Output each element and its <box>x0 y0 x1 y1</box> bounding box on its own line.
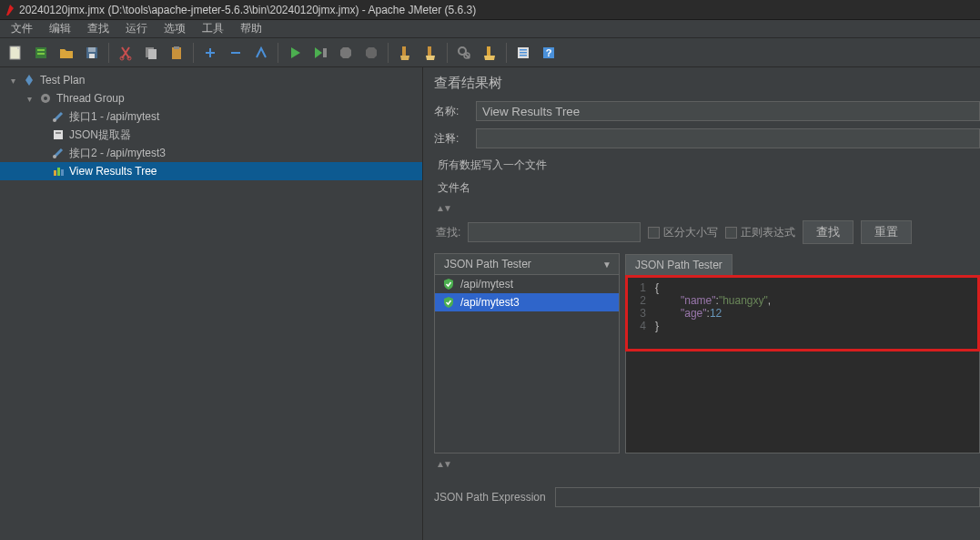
extractor-icon <box>51 127 66 142</box>
results-right: JSON Path Tester 1{ 2"name": "huangxy", … <box>625 253 980 453</box>
sample-list: /api/mytest /api/mytest3 <box>434 275 620 453</box>
success-icon <box>442 296 455 309</box>
function-helper-icon[interactable] <box>511 41 535 65</box>
name-input[interactable] <box>476 101 980 121</box>
cut-icon[interactable] <box>114 41 137 65</box>
clear-all-icon[interactable] <box>419 41 442 65</box>
tree-sampler-1[interactable]: 接口1 - /api/mytest <box>0 107 422 126</box>
sampler-icon <box>51 146 66 160</box>
svg-text:?: ? <box>546 47 552 58</box>
tree-item-label: 接口1 - /api/mytest <box>69 109 159 125</box>
expander-icon[interactable]: ▾ <box>7 76 18 86</box>
svg-rect-6 <box>89 54 95 58</box>
regex-checkbox[interactable]: 正则表达式 <box>725 225 795 240</box>
help-icon[interactable]: ? <box>537 41 561 65</box>
tab-json-path-tester[interactable]: JSON Path Tester <box>625 254 732 275</box>
sample-row[interactable]: /api/mytest3 <box>435 293 619 311</box>
app-icon <box>5 4 15 16</box>
menu-run[interactable]: 运行 <box>118 19 155 38</box>
sample-row[interactable]: /api/mytest <box>435 275 619 293</box>
reset-button[interactable]: 重置 <box>861 220 912 244</box>
svg-rect-32 <box>57 168 60 176</box>
response-editor[interactable]: 1{ 2"name": "huangxy", 3"age": 12 4} <box>625 275 980 352</box>
tree-view-results[interactable]: View Results Tree <box>0 162 422 180</box>
right-panel: 查看结果树 名称: 注释: 所有数据写入一个文件 文件名 ▲▼ 查找: 区分大小… <box>423 67 980 540</box>
success-icon <box>442 278 455 290</box>
svg-rect-12 <box>174 46 179 49</box>
expression-input[interactable] <box>555 487 980 507</box>
tree-panel: ▾ Test Plan ▾ Thread Group 接口1 - /api/my… <box>0 67 423 540</box>
menu-edit[interactable]: 编辑 <box>42 19 78 38</box>
open-icon[interactable] <box>55 41 78 65</box>
search-icon[interactable] <box>452 41 476 65</box>
tree-group-label: Thread Group <box>56 92 125 105</box>
toggle-icon[interactable] <box>249 41 273 65</box>
paste-icon[interactable] <box>165 41 188 65</box>
menu-tools[interactable]: 工具 <box>195 19 231 38</box>
sampler-icon <box>51 109 66 124</box>
panel-title: 查看结果树 <box>434 75 980 92</box>
renderer-label: JSON Path Tester <box>444 258 531 270</box>
tree-sampler-2[interactable]: 接口2 - /api/mytest3 <box>0 144 422 162</box>
window-title: 20240120jmx.jmx (D:\tools\apache-jmeter-… <box>19 4 476 16</box>
write-all-label: 所有数据写入一个文件 <box>438 158 980 173</box>
new-icon[interactable] <box>4 41 27 65</box>
svg-rect-29 <box>56 132 61 134</box>
tree-item-label: 接口2 - /api/mytest3 <box>69 146 166 161</box>
svg-point-26 <box>44 97 47 100</box>
svg-rect-28 <box>54 130 63 139</box>
search-input[interactable] <box>468 222 641 242</box>
workspace: ▾ Test Plan ▾ Thread Group 接口1 - /api/my… <box>0 67 980 540</box>
svg-rect-20 <box>520 49 527 51</box>
svg-rect-10 <box>148 49 157 59</box>
svg-rect-21 <box>520 52 527 54</box>
svg-rect-3 <box>37 53 45 55</box>
case-checkbox[interactable]: 区分大小写 <box>648 225 718 240</box>
comment-label: 注释: <box>434 131 470 147</box>
shutdown-icon[interactable] <box>359 41 383 65</box>
menu-search[interactable]: 查找 <box>80 19 116 38</box>
start-icon[interactable] <box>283 41 307 65</box>
comment-row: 注释: <box>434 128 980 148</box>
comment-input[interactable] <box>476 128 980 148</box>
reset-search-icon[interactable] <box>478 41 501 65</box>
tree-item-label: View Results Tree <box>69 165 157 178</box>
renderer-dropdown[interactable]: JSON Path Tester ▼ <box>434 253 620 275</box>
name-row: 名称: <box>434 101 980 121</box>
search-label: 查找: <box>436 225 460 240</box>
clear-icon[interactable] <box>393 41 417 65</box>
svg-rect-14 <box>402 46 406 56</box>
menu-file[interactable]: 文件 <box>4 19 40 38</box>
collapse-arrows-icon[interactable]: ▲▼ <box>436 459 980 469</box>
expression-row: JSON Path Expression <box>434 487 980 507</box>
collapse-arrows-icon[interactable]: ▲▼ <box>436 203 980 213</box>
tree-root[interactable]: ▾ Test Plan <box>0 71 422 89</box>
svg-point-27 <box>53 118 56 122</box>
stop-icon[interactable] <box>334 41 358 65</box>
gear-icon <box>38 91 53 106</box>
expand-icon[interactable] <box>198 41 222 65</box>
search-button[interactable]: 查找 <box>803 220 854 244</box>
menu-bar: 文件 编辑 查找 运行 选项 工具 帮助 <box>0 20 980 38</box>
results-split: JSON Path Tester ▼ /api/mytest /api/myte… <box>434 253 980 453</box>
svg-point-30 <box>53 155 56 158</box>
svg-rect-5 <box>88 47 96 52</box>
svg-rect-31 <box>54 170 56 176</box>
collapse-icon[interactable] <box>224 41 248 65</box>
save-icon[interactable] <box>80 41 104 65</box>
expression-label: JSON Path Expression <box>434 491 546 504</box>
title-bar: 20240120jmx.jmx (D:\tools\apache-jmeter-… <box>0 0 980 20</box>
copy-icon[interactable] <box>139 41 163 65</box>
templates-icon[interactable] <box>29 41 53 65</box>
menu-help[interactable]: 帮助 <box>233 19 269 38</box>
tree-json-extractor[interactable]: JSON提取器 <box>0 126 422 144</box>
editor-rest <box>625 352 980 453</box>
name-label: 名称: <box>434 104 470 119</box>
svg-rect-13 <box>323 48 327 57</box>
tree-thread-group[interactable]: ▾ Thread Group <box>0 89 422 107</box>
start-no-pause-icon[interactable] <box>308 41 332 65</box>
expander-icon[interactable]: ▾ <box>24 94 35 104</box>
menu-options[interactable]: 选项 <box>157 19 193 38</box>
svg-rect-2 <box>37 49 45 51</box>
tree-root-label: Test Plan <box>40 74 85 87</box>
